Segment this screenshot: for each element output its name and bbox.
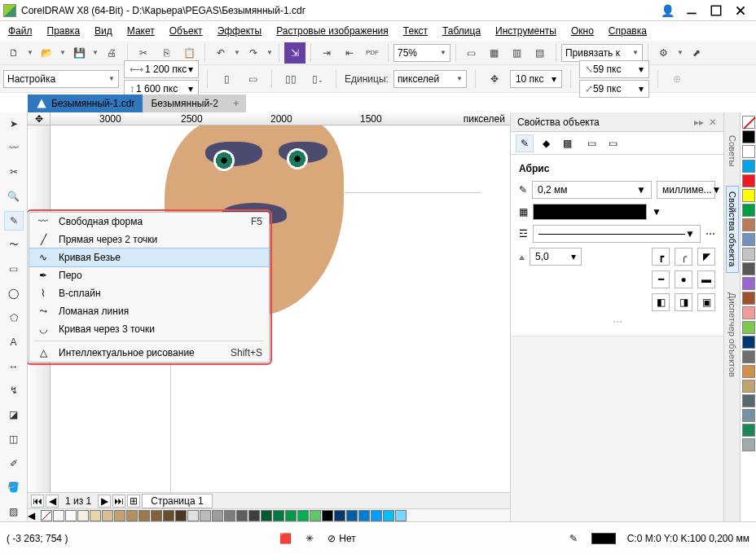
account-icon[interactable]: 👤 bbox=[655, 2, 679, 20]
outline-pen-mini-icon[interactable]: ✎ bbox=[567, 532, 580, 545]
page-width-input[interactable]: ⟷1 200 пкс▾ bbox=[124, 60, 199, 78]
doc-palette-swatch[interactable] bbox=[138, 510, 150, 521]
last-page-button[interactable]: ⏭ bbox=[112, 495, 125, 508]
new-doc-tab-button[interactable]: + bbox=[226, 95, 246, 112]
doc-palette-swatch[interactable] bbox=[187, 510, 199, 521]
flyout-2point-line[interactable]: ╱Прямая через 2 точки bbox=[29, 231, 269, 248]
palette-swatch[interactable] bbox=[742, 189, 755, 202]
docker-collapse-icon[interactable]: ▸▸ bbox=[694, 117, 704, 128]
docker-tab-b[interactable]: ▭ bbox=[604, 134, 622, 152]
drop-shadow-tool[interactable]: ◪ bbox=[4, 405, 24, 424]
import-button[interactable]: ⇥ bbox=[316, 42, 337, 64]
doc-palette-swatch[interactable] bbox=[224, 510, 235, 521]
doc-palette-swatch[interactable] bbox=[151, 510, 162, 521]
palette-swatch[interactable] bbox=[742, 394, 755, 407]
doc-palette-swatch[interactable] bbox=[273, 510, 284, 521]
corner-round-button[interactable]: ╭ bbox=[675, 248, 692, 266]
zoom-tool[interactable]: 🔍 bbox=[4, 187, 24, 206]
cap-flat-button[interactable]: ━ bbox=[652, 270, 670, 288]
pick-tool[interactable]: ➤ bbox=[4, 114, 24, 134]
flyout-freehand[interactable]: 〰Свободная формаF5 bbox=[29, 213, 269, 231]
text-tool[interactable]: A bbox=[4, 332, 24, 352]
outline-settings-button[interactable]: ⋯ bbox=[705, 228, 715, 240]
menu-file[interactable]: Файл bbox=[8, 25, 33, 37]
menu-edit[interactable]: Правка bbox=[47, 25, 81, 37]
show-grid-button[interactable]: ▥ bbox=[507, 42, 528, 64]
menu-window[interactable]: Окно bbox=[571, 25, 594, 37]
maximize-button[interactable] bbox=[704, 2, 728, 20]
show-rulers-button[interactable]: ▦ bbox=[484, 42, 505, 64]
palette-swatch[interactable] bbox=[742, 292, 755, 305]
doc-palette-swatch[interactable] bbox=[212, 510, 223, 521]
palette-swatch[interactable] bbox=[742, 130, 755, 143]
transparency-tool[interactable]: ◫ bbox=[4, 429, 24, 449]
export-button[interactable]: ⇤ bbox=[339, 42, 360, 64]
smart-fill-tool[interactable]: ▨ bbox=[4, 502, 24, 521]
palette-scroll-left[interactable]: ◀ bbox=[28, 510, 41, 521]
corner-miter-button[interactable]: ┏ bbox=[652, 248, 670, 266]
freehand-tool[interactable]: ✎ bbox=[4, 211, 24, 231]
menu-tools[interactable]: Инструменты bbox=[495, 25, 556, 37]
all-pages-button[interactable]: ▯▯ bbox=[280, 68, 301, 90]
doc-palette-swatch[interactable] bbox=[200, 510, 211, 521]
connector-tool[interactable]: ↯ bbox=[4, 380, 24, 400]
outline-color-swatch[interactable] bbox=[533, 204, 647, 220]
palette-swatch[interactable] bbox=[742, 262, 755, 275]
expand-section-icon[interactable]: ⋯ bbox=[519, 316, 715, 328]
flyout-bezier[interactable]: ∿Кривая Безье bbox=[29, 248, 269, 266]
snapto-combo[interactable]: Привязать к▼ bbox=[561, 44, 643, 62]
doc-palette-swatch[interactable] bbox=[395, 510, 407, 521]
flyout-polyline[interactable]: ⤳Ломаная линия bbox=[29, 302, 269, 320]
search-content-button[interactable]: ⇲ bbox=[284, 42, 305, 64]
menu-view[interactable]: Вид bbox=[94, 25, 112, 37]
doc-palette-swatch[interactable] bbox=[90, 510, 101, 521]
doc-palette-swatch[interactable] bbox=[53, 510, 64, 521]
options-button[interactable]: ⚙ bbox=[653, 42, 675, 64]
page-tab[interactable]: Страница 1 bbox=[142, 494, 212, 508]
doc-palette-none[interactable] bbox=[41, 510, 52, 521]
palette-swatch[interactable] bbox=[742, 424, 755, 437]
outline-style-combo[interactable]: ▼ bbox=[533, 225, 701, 243]
crop-tool[interactable]: ✂ bbox=[4, 163, 24, 182]
vtab-object-manager[interactable]: Диспетчер объектов bbox=[727, 292, 737, 377]
doc-palette-swatch[interactable] bbox=[346, 510, 358, 521]
eyedropper-tool[interactable]: ✐ bbox=[4, 454, 24, 473]
ellipse-tool[interactable]: ◯ bbox=[4, 284, 24, 303]
doc-palette-swatch[interactable] bbox=[371, 510, 382, 521]
new-button[interactable]: 🗋 bbox=[3, 42, 24, 64]
doc-palette-swatch[interactable] bbox=[383, 510, 394, 521]
zoom-combo[interactable]: ▼ bbox=[393, 44, 451, 62]
shape-tool[interactable]: 〰 bbox=[4, 138, 24, 158]
current-page-button[interactable]: ▯⸼ bbox=[306, 68, 327, 90]
status-color-icon[interactable]: 🟥 bbox=[279, 532, 292, 545]
doc-palette-swatch[interactable] bbox=[285, 510, 297, 521]
outline-color-mini[interactable] bbox=[591, 533, 616, 544]
outline-width-combo[interactable]: 0,2 мм▼ bbox=[532, 181, 652, 199]
horizontal-ruler[interactable]: 3000 2500 2000 1500 пикселей bbox=[51, 112, 510, 125]
doc-palette-swatch[interactable] bbox=[114, 510, 125, 521]
pos-outside-button[interactable]: ◧ bbox=[652, 293, 670, 311]
fullscreen-preview-button[interactable]: ▭ bbox=[461, 42, 482, 64]
doc-palette-swatch[interactable] bbox=[297, 510, 309, 521]
minimize-button[interactable] bbox=[679, 2, 704, 20]
palette-swatch[interactable] bbox=[742, 174, 755, 187]
flyout-bspline[interactable]: ⌇В-сплайн bbox=[29, 284, 269, 302]
undo-button[interactable]: ↶ bbox=[210, 42, 231, 64]
miter-limit-input[interactable]: 5,0▾ bbox=[530, 248, 582, 266]
show-guidelines-button[interactable]: ▤ bbox=[530, 42, 551, 64]
nudge-input[interactable]: 10 пкс▾ bbox=[510, 70, 562, 88]
menu-help[interactable]: Справка bbox=[609, 25, 647, 37]
palette-swatch[interactable] bbox=[742, 409, 755, 422]
landscape-button[interactable]: ▭ bbox=[242, 68, 263, 90]
docker-tab-fill[interactable]: ◆ bbox=[537, 134, 555, 152]
menu-layout[interactable]: Макет bbox=[127, 25, 155, 37]
doc-palette-swatch[interactable] bbox=[322, 510, 333, 521]
vtab-hints[interactable]: Советы bbox=[727, 135, 737, 166]
palette-swatch[interactable] bbox=[742, 145, 755, 158]
docker-close-icon[interactable]: ✕ bbox=[709, 117, 717, 128]
palette-swatch[interactable] bbox=[742, 160, 755, 173]
portrait-button[interactable]: ▯ bbox=[216, 68, 237, 90]
print-button[interactable]: 🖨 bbox=[101, 42, 122, 64]
dup-offset-x[interactable]: ⤡59 пкс▾ bbox=[579, 60, 649, 78]
doc-palette-swatch[interactable] bbox=[163, 510, 174, 521]
